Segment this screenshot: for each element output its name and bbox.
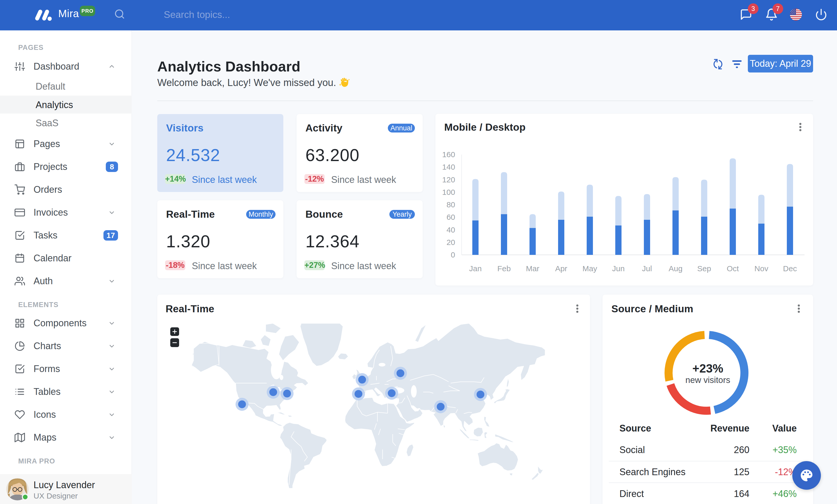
svg-text:Nov: Nov — [754, 264, 768, 273]
svg-text:Oct: Oct — [727, 264, 739, 273]
svg-text:May: May — [583, 264, 597, 273]
svg-text:140: 140 — [442, 163, 455, 171]
svg-text:Mar: Mar — [526, 264, 539, 273]
svg-text:0: 0 — [451, 250, 455, 259]
svg-text:20: 20 — [447, 238, 455, 246]
svg-text:80: 80 — [447, 200, 455, 209]
svg-text:Jan: Jan — [469, 264, 482, 273]
svg-text:Feb: Feb — [497, 264, 511, 273]
svg-text:40: 40 — [447, 225, 455, 234]
svg-text:Sep: Sep — [697, 264, 711, 273]
svg-text:120: 120 — [442, 175, 455, 184]
svg-text:Dec: Dec — [783, 264, 797, 273]
svg-text:Jul: Jul — [642, 264, 652, 273]
svg-text:60: 60 — [447, 213, 455, 221]
svg-text:100: 100 — [442, 188, 455, 197]
svg-text:160: 160 — [442, 150, 455, 159]
svg-text:Aug: Aug — [669, 264, 682, 273]
svg-text:Apr: Apr — [555, 264, 567, 273]
svg-text:Jun: Jun — [612, 264, 625, 273]
